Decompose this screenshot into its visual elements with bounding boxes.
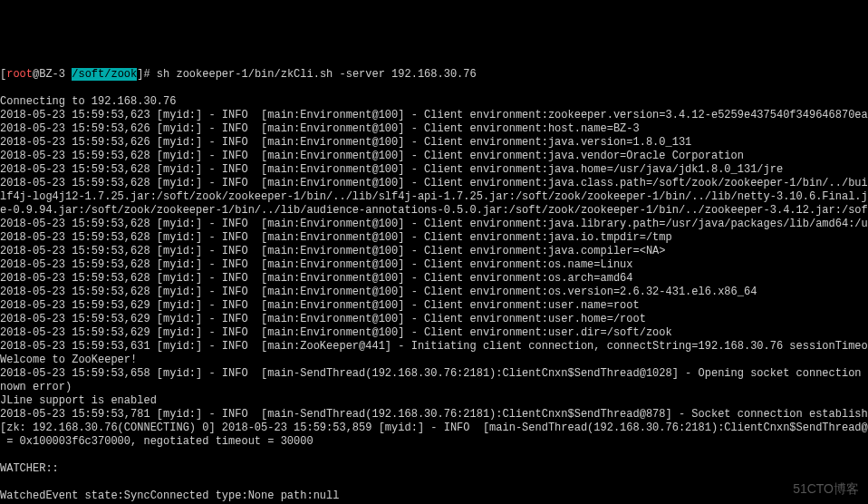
log-line: 2018-05-23 15:59:53,623 [myid:] - INFO […: [0, 109, 868, 122]
log-line: 2018-05-23 15:59:53,658 [myid:] - INFO […: [0, 367, 868, 381]
log-line: WATCHER::: [0, 462, 868, 476]
log-line: [0, 476, 868, 489]
log-line: 2018-05-23 15:59:53,626 [myid:] - INFO […: [0, 136, 868, 150]
log-line: 2018-05-23 15:59:53,629 [myid:] - INFO […: [0, 313, 868, 326]
log-line: [0, 449, 868, 462]
log-line: 2018-05-23 15:59:53,628 [myid:] - INFO […: [0, 231, 868, 245]
prompt-command: sh zookeeper-1/bin/zkCli.sh -server 192.…: [157, 68, 477, 81]
log-line: 2018-05-23 15:59:53,628 [myid:] - INFO […: [0, 286, 868, 299]
log-line: = 0x100003f6c370000, negotiated timeout …: [0, 435, 868, 449]
log-line: 2018-05-23 15:59:53,628 [myid:] - INFO […: [0, 272, 868, 286]
log-line: WatchedEvent state:SyncConnected type:No…: [0, 489, 868, 503]
log-line: 2018-05-23 15:59:53,631 [myid:] - INFO […: [0, 340, 868, 354]
prompt-user: root: [6, 68, 33, 81]
log-line: 2018-05-23 15:59:53,628 [myid:] - INFO […: [0, 150, 868, 163]
prompt-hash: ]#: [137, 68, 149, 81]
prompt-path: /soft/zook: [72, 68, 137, 81]
log-line: JLine support is enabled: [0, 394, 868, 408]
log-line: 2018-05-23 15:59:53,628 [myid:] - INFO […: [0, 258, 868, 272]
log-line: nown error): [0, 381, 868, 394]
log-line: 2018-05-23 15:59:53,628 [myid:] - INFO […: [0, 163, 868, 177]
log-line: 2018-05-23 15:59:53,781 [myid:] - INFO […: [0, 408, 868, 422]
log-line: Welcome to ZooKeeper!: [0, 354, 868, 367]
log-line: 2018-05-23 15:59:53,629 [myid:] - INFO […: [0, 299, 868, 313]
terminal-output[interactable]: [root@BZ-3 /soft/zook]# sh zookeeper-1/b…: [0, 54, 868, 504]
prompt-line: [root@BZ-3 /soft/zook]# sh zookeeper-1/b…: [0, 68, 868, 82]
prompt-host: BZ-3: [39, 68, 65, 81]
log-line: lf4j-log4j12-1.7.25.jar:/soft/zook/zooke…: [0, 190, 868, 204]
log-line: e-0.9.94.jar:/soft/zook/zookeeper-1/bin/…: [0, 204, 868, 218]
log-line: [zk: 192.168.30.76(CONNECTING) 0] 2018-0…: [0, 422, 868, 435]
log-output: Connecting to 192.168.30.762018-05-23 15…: [0, 95, 868, 504]
log-line: Connecting to 192.168.30.76: [0, 95, 868, 109]
watermark: 51CTO博客: [793, 481, 859, 498]
log-line: 2018-05-23 15:59:53,628 [myid:] - INFO […: [0, 177, 868, 190]
log-line: 2018-05-23 15:59:53,626 [myid:] - INFO […: [0, 122, 868, 136]
log-line: 2018-05-23 15:59:53,628 [myid:] - INFO […: [0, 218, 868, 231]
log-line: 2018-05-23 15:59:53,629 [myid:] - INFO […: [0, 326, 868, 340]
log-line: 2018-05-23 15:59:53,628 [myid:] - INFO […: [0, 245, 868, 258]
